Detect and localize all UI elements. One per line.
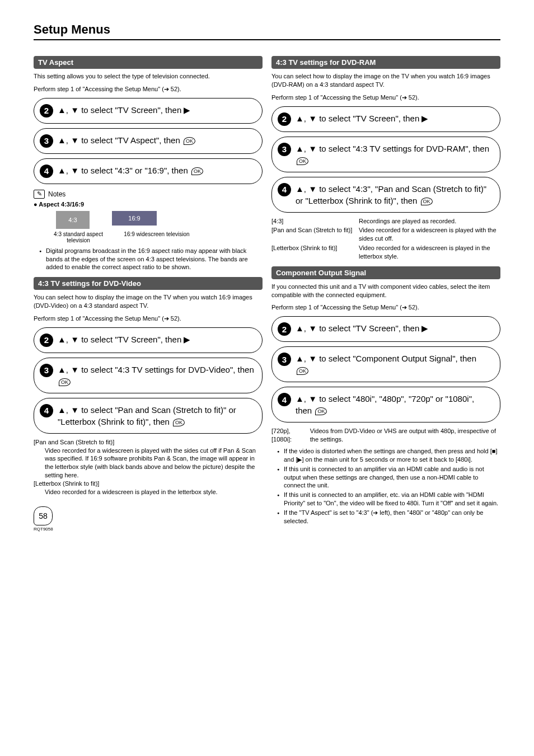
step-text: ▲, ▼ to select "TV Screen", then ▶ <box>58 104 254 116</box>
component-note-item: If the video is distorted when the setti… <box>278 447 500 464</box>
dvdram-step3: 3 ▲, ▼ to select "4:3 TV settings for DV… <box>271 137 500 172</box>
component-note-item: If the "TV Aspect" is set to "4:3" (➔ le… <box>278 509 500 525</box>
page-title: Setup Menus <box>34 22 500 37</box>
aspect-16-9-caption: 16:9 widescreen television <box>123 231 190 243</box>
aspect-4-3-box: 4:3 <box>56 211 90 229</box>
component-step4: 4 ▲, ▼ to select "480i", "480p", "720p" … <box>271 387 500 422</box>
component-note-item: If this unit is connected to an amplifie… <box>278 491 500 508</box>
title-underline <box>34 39 500 40</box>
heading-component: Component Output Signal <box>271 266 500 279</box>
tvaspect-step2: 2 ▲, ▼ to select "TV Screen", then ▶ <box>34 98 263 124</box>
step-number-icon: 3 <box>40 134 53 148</box>
step-number-icon: 4 <box>40 404 53 417</box>
def-val: Videos from DVD-Video or VHS are output … <box>310 427 500 444</box>
dvdram-step4: 4 ▲, ▼ to select "4:3", "Pan and Scan (S… <box>271 177 500 213</box>
ok-icon: OK <box>421 198 433 205</box>
def-val: Video recorded for a widescreen is playe… <box>34 488 263 496</box>
def-val: Video recorded for a widescreen is playe… <box>359 244 500 261</box>
step-text: ▲, ▼ to select "Component Output Signal"… <box>296 353 492 376</box>
component-intro1: If you connected this unit and a TV with… <box>271 283 500 299</box>
ok-icon: OK <box>315 407 327 415</box>
step-text: ▲, ▼ to select "4:3 TV settings for DVD-… <box>296 143 492 166</box>
step-text-inner: ▲, ▼ to select "Pan and Scan (Stretch to… <box>58 405 236 426</box>
step-number-icon: 3 <box>278 143 291 156</box>
notes-label: Notes <box>48 190 65 198</box>
step-text: ▲, ▼ to select "4:3" or "16:9", then OK <box>58 165 254 176</box>
ok-icon: OK <box>297 367 308 375</box>
document-code: RQT9058 <box>34 527 263 532</box>
notes-header: ✎ Notes <box>34 190 263 199</box>
tvaspect-intro1: This setting allows you to select the ty… <box>34 72 263 81</box>
tvaspect-step4: 4 ▲, ▼ to select "4:3" or "16:9", then O… <box>34 158 263 184</box>
step-text-inner: ▲, ▼ to select "Component Output Signal"… <box>296 354 476 363</box>
def-key: [Letterbox (Shrink to fit)] <box>271 244 355 261</box>
step-text-inner: ▲, ▼ to select "4:3 TV settings for DVD-… <box>58 365 254 374</box>
right-column: 4:3 TV settings for DVD-RAM You can sele… <box>271 50 500 532</box>
step-number-icon: 4 <box>40 165 53 178</box>
aspect-16-9-box: 16:9 <box>112 211 157 226</box>
component-intro2: Perform step 1 of "Accessing the Setup M… <box>271 303 500 312</box>
step-number-icon: 4 <box>278 183 291 196</box>
aspect-4-3-caption: 4:3 standard aspect television <box>45 231 112 243</box>
step-text: ▲, ▼ to select "4:3 TV settings for DVD-… <box>58 364 254 387</box>
left-column: TV Aspect This setting allows you to sel… <box>34 50 263 532</box>
component-step2: 2 ▲, ▼ to select "TV Screen", then ▶ <box>271 316 500 342</box>
aspect-ratio-label: ● Aspect 4:3/16:9 <box>34 201 263 208</box>
ok-icon: OK <box>173 419 185 426</box>
step-number-icon: 4 <box>278 393 291 406</box>
step-text: ▲, ▼ to select "TV Screen", then ▶ <box>296 112 492 124</box>
step-text: ▲, ▼ to select "TV Screen", then ▶ <box>58 334 254 345</box>
def-key: [Pan and Scan (Stretch to fit)] <box>271 226 355 243</box>
dvdvideo-step3: 3 ▲, ▼ to select "4:3 TV settings for DV… <box>34 358 263 393</box>
step-number-icon: 3 <box>40 364 53 377</box>
def-key: [720p], [1080i]: <box>271 427 307 444</box>
step-text: ▲, ▼ to select "Pan and Scan (Stretch to… <box>58 404 254 428</box>
dvdram-intro1: You can select how to display the image … <box>271 72 500 89</box>
def-val: Recordings are played as recorded. <box>359 217 456 226</box>
dvdvideo-definitions: [Pan and Scan (Stretch to fit)] Video re… <box>34 438 263 496</box>
step-text-inner: ▲, ▼ to select "4:3", "Pan and Scan (Str… <box>296 184 486 205</box>
dvdvideo-step2: 2 ▲, ▼ to select "TV Screen", then ▶ <box>34 327 263 353</box>
heading-tvaspect: TV Aspect <box>34 56 263 69</box>
step-text: ▲, ▼ to select "4:3", "Pan and Scan (Str… <box>296 183 492 206</box>
step-text: ▲, ▼ to select "TV Screen", then ▶ <box>296 322 492 334</box>
notes-icon: ✎ <box>34 190 45 199</box>
tvaspect-note-bullet: Digital programs broadcast in the 16:9 a… <box>40 247 263 272</box>
step-number-icon: 3 <box>278 353 291 366</box>
heading-dvdvideo: 4:3 TV settings for DVD-Video <box>34 277 263 290</box>
ok-icon: OK <box>184 137 195 145</box>
def-key: [Pan and Scan (Stretch to fit)] <box>34 438 263 447</box>
step-text: ▲, ▼ to select "TV Aspect", then OK <box>58 134 254 146</box>
dvdvideo-intro1: You can select how to display the image … <box>34 293 263 310</box>
step-text: ▲, ▼ to select "480i", "480p", "720p" or… <box>296 393 492 416</box>
step-number-icon: 2 <box>278 112 291 126</box>
tvaspect-step3: 3 ▲, ▼ to select "TV Aspect", then OK <box>34 128 263 154</box>
ok-icon: OK <box>191 167 203 175</box>
step-number-icon: 2 <box>40 104 53 118</box>
step-text-inner: ▲, ▼ to select "TV Aspect", then <box>58 135 182 145</box>
def-val: Video recorded for a widescreen is playe… <box>34 447 263 480</box>
dvdvideo-step4: 4 ▲, ▼ to select "Pan and Scan (Stretch … <box>34 398 263 434</box>
ok-icon: OK <box>297 157 308 165</box>
step-text-inner: ▲, ▼ to select "4:3 TV settings for DVD-… <box>296 144 489 153</box>
component-step3: 3 ▲, ▼ to select "Component Output Signa… <box>271 346 500 382</box>
dvdram-definitions: [4:3]Recordings are played as recorded. … <box>271 217 500 261</box>
def-key: [Letterbox (Shrink to fit)] <box>34 480 263 488</box>
dvdram-step2: 2 ▲, ▼ to select "TV Screen", then ▶ <box>271 106 500 132</box>
ok-icon: OK <box>59 378 71 386</box>
dvdvideo-intro2: Perform step 1 of "Accessing the Setup M… <box>34 314 263 323</box>
step-number-icon: 2 <box>40 334 53 347</box>
heading-dvdram: 4:3 TV settings for DVD-RAM <box>271 56 500 69</box>
def-val: Video recorded for a widescreen is playe… <box>359 226 500 243</box>
def-key: [4:3] <box>271 217 355 226</box>
dvdram-intro2: Perform step 1 of "Accessing the Setup M… <box>271 93 500 102</box>
page-number: 58 <box>34 506 53 525</box>
step-number-icon: 2 <box>278 322 291 336</box>
aspect-illustration: 4:3 16:9 <box>56 211 263 229</box>
tvaspect-intro2: Perform step 1 of "Accessing the Setup M… <box>34 85 263 93</box>
component-note-item: If this unit is connected to an amplifie… <box>278 465 500 490</box>
component-notes: If the video is distorted when the setti… <box>278 447 500 525</box>
step-text-inner: ▲, ▼ to select "4:3" or "16:9", then <box>58 166 190 175</box>
